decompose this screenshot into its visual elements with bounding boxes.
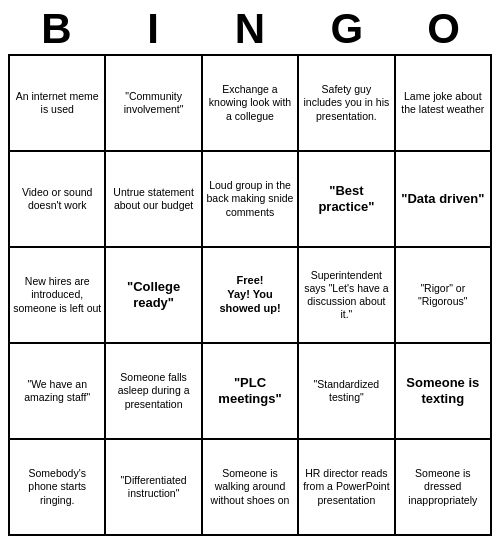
letter-i: I xyxy=(105,8,202,50)
letter-g: G xyxy=(298,8,395,50)
bingo-cell[interactable]: Somebody's phone starts ringing. xyxy=(9,439,105,535)
bingo-cell[interactable]: Someone is walking around without shoes … xyxy=(202,439,298,535)
bingo-cell[interactable]: "Data driven" xyxy=(395,151,491,247)
letter-n: N xyxy=(202,8,299,50)
bingo-header: B I N G O xyxy=(8,8,492,50)
bingo-cell[interactable]: "Differentiated instruction" xyxy=(105,439,201,535)
bingo-cell[interactable]: "College ready" xyxy=(105,247,201,343)
bingo-cell[interactable]: "Community involvement" xyxy=(105,55,201,151)
bingo-cell[interactable]: "Standardized testing" xyxy=(298,343,394,439)
bingo-cell[interactable]: "Best practice" xyxy=(298,151,394,247)
bingo-cell[interactable]: "We have an amazing staff" xyxy=(9,343,105,439)
bingo-cell[interactable]: Untrue statement about our budget xyxy=(105,151,201,247)
bingo-cell[interactable]: "PLC meetings" xyxy=(202,343,298,439)
bingo-cell[interactable]: "Rigor" or "Rigorous" xyxy=(395,247,491,343)
bingo-cell[interactable]: Someone is texting xyxy=(395,343,491,439)
bingo-cell[interactable]: Loud group in the back making snide comm… xyxy=(202,151,298,247)
letter-b: B xyxy=(8,8,105,50)
bingo-cell[interactable]: New hires are introduced, someone is lef… xyxy=(9,247,105,343)
bingo-cell[interactable]: Free! Yay! You showed up! xyxy=(202,247,298,343)
bingo-cell[interactable]: Someone is dressed inappropriately xyxy=(395,439,491,535)
bingo-cell[interactable]: An internet meme is used xyxy=(9,55,105,151)
bingo-cell[interactable]: Lame joke about the latest weather xyxy=(395,55,491,151)
bingo-cell[interactable]: Exchange a knowing look with a collegue xyxy=(202,55,298,151)
bingo-cell[interactable]: Superintendent says "Let's have a discus… xyxy=(298,247,394,343)
bingo-cell[interactable]: Safety guy includes you in his presentat… xyxy=(298,55,394,151)
bingo-cell[interactable]: Someone falls asleep during a presentati… xyxy=(105,343,201,439)
bingo-grid: An internet meme is used"Community invol… xyxy=(8,54,492,536)
bingo-cell[interactable]: Video or sound doesn't work xyxy=(9,151,105,247)
letter-o: O xyxy=(395,8,492,50)
bingo-cell[interactable]: HR director reads from a PowerPoint pres… xyxy=(298,439,394,535)
